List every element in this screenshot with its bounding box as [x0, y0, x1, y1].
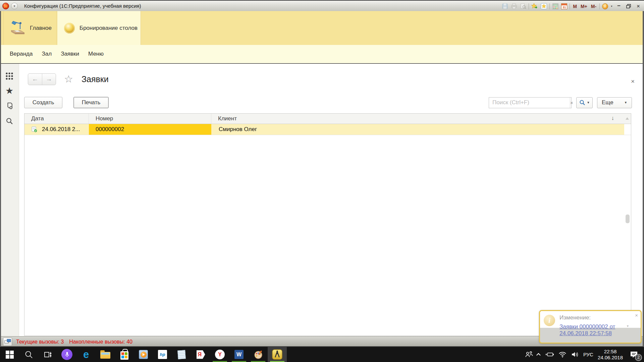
- clock[interactable]: 22:58 24.06.2018: [598, 349, 623, 361]
- search-sidebar-icon[interactable]: [0, 114, 19, 129]
- calculator-icon[interactable]: [552, 3, 559, 10]
- functions-menu-icon[interactable]: [0, 68, 19, 83]
- separator: [570, 3, 570, 9]
- taskbar-search-button[interactable]: [19, 347, 38, 362]
- search-icon: [24, 350, 33, 359]
- hp-button[interactable]: hp: [153, 347, 172, 362]
- edge-button[interactable]: e: [76, 347, 96, 362]
- date-text: 24.06.2018: [598, 355, 623, 361]
- print-icon[interactable]: [511, 3, 517, 10]
- column-header-number[interactable]: Номер: [89, 114, 211, 124]
- volume-icon[interactable]: [571, 351, 579, 358]
- separator: [549, 3, 550, 9]
- paint-button[interactable]: [249, 347, 268, 362]
- desk-lamp-icon: [9, 20, 26, 36]
- 1c-enterprise-button[interactable]: [268, 347, 287, 362]
- back-button[interactable]: ←: [28, 74, 42, 85]
- list-toolbar: Создать Печать × ▼ Еще ▼: [24, 97, 632, 108]
- save-icon[interactable]: [501, 3, 508, 10]
- search-options-button[interactable]: ▼: [576, 97, 593, 108]
- memory-add-button[interactable]: M+: [580, 4, 588, 9]
- system-tray: РУС 22:58 24.06.2018 2: [525, 347, 644, 362]
- cell-client[interactable]: Смирнов Олег: [211, 124, 624, 135]
- create-button[interactable]: Создать: [24, 97, 62, 108]
- task-view-button[interactable]: [38, 347, 57, 362]
- language-indicator[interactable]: РУС: [583, 352, 593, 357]
- people-icon[interactable]: [525, 351, 533, 358]
- print-button[interactable]: Печать: [73, 97, 109, 108]
- forward-button[interactable]: →: [42, 74, 56, 85]
- word-icon: W: [234, 350, 244, 359]
- notification-close-icon[interactable]: ×: [635, 312, 638, 318]
- memory-store-button[interactable]: M: [572, 4, 578, 9]
- file-explorer-button[interactable]: [96, 347, 115, 362]
- accumulated-calls-text: Накопленные вызовы: 40: [69, 339, 132, 345]
- performance-indicator-button[interactable]: [3, 338, 12, 346]
- scroll-up-icon[interactable]: [626, 117, 629, 120]
- taskbar: e hp Я Y W: [0, 347, 644, 362]
- tab-booking-label: Бронирование столов: [79, 25, 138, 32]
- notepad-icon: [177, 350, 186, 359]
- tab-main-label: Главное: [30, 25, 52, 32]
- history-icon[interactable]: [0, 99, 19, 114]
- server-calls-icon: [4, 339, 11, 345]
- menu-item-zal[interactable]: Зал: [42, 51, 52, 57]
- print-preview-icon[interactable]: [520, 3, 526, 10]
- favorite-star-icon[interactable]: ☆: [64, 74, 73, 84]
- close-window-button[interactable]: ×: [635, 3, 642, 10]
- wifi-icon[interactable]: [558, 351, 567, 358]
- minimize-button[interactable]: –: [615, 2, 623, 9]
- tab-main[interactable]: Главное: [3, 11, 57, 45]
- info-icon[interactable]: i: [602, 3, 608, 9]
- notepad-button[interactable]: [172, 347, 191, 362]
- add-favorite-icon[interactable]: [531, 3, 538, 10]
- hidden-icons-chevron[interactable]: [538, 353, 541, 356]
- notification-badge: 2: [635, 354, 642, 361]
- store-button[interactable]: [115, 347, 134, 362]
- app-body: ★ ← → ☆ Заявки × Создать Печать: [0, 64, 644, 336]
- search-clear-icon[interactable]: ×: [570, 98, 573, 108]
- info-dropdown-icon[interactable]: ▼: [610, 5, 613, 7]
- table-row[interactable]: 24.06.2018 2... 000000002 Смирнов Олег: [24, 124, 631, 135]
- media-player-button[interactable]: [134, 347, 153, 362]
- restore-button[interactable]: [625, 3, 632, 10]
- search-box: ×: [489, 97, 572, 108]
- battery-icon[interactable]: [545, 352, 554, 357]
- calendar-icon[interactable]: 31: [561, 3, 567, 9]
- info-glyph: i: [604, 4, 605, 9]
- cell-date-text: 24.06.2018 2...: [42, 126, 80, 133]
- system-menu-button[interactable]: ▼: [11, 3, 18, 9]
- cell-number-selected[interactable]: 000000002: [89, 124, 211, 135]
- favorites-sidebar-icon[interactable]: ★: [0, 83, 19, 99]
- tab-booking[interactable]: Бронирование столов: [57, 11, 141, 45]
- menu-item-menu[interactable]: Меню: [88, 51, 104, 57]
- action-center-button[interactable]: 2: [627, 348, 641, 361]
- form-close-icon[interactable]: ×: [631, 78, 635, 85]
- start-button[interactable]: [0, 347, 19, 362]
- notification-link[interactable]: Заявки 000000002 от 24.06.2018 22:57:58: [559, 323, 631, 337]
- notification-dropdown-icon[interactable]: ▼: [626, 324, 629, 328]
- cell-date[interactable]: 24.06.2018 2...: [24, 124, 89, 135]
- column-header-client[interactable]: Клиент: [211, 114, 631, 124]
- edge-icon: e: [83, 349, 89, 360]
- separator: [599, 3, 600, 9]
- favorites-icon[interactable]: [540, 3, 547, 10]
- column-header-date[interactable]: Дата: [24, 114, 89, 124]
- search-input[interactable]: [489, 98, 570, 108]
- yandex-browser-button[interactable]: Y: [210, 347, 229, 362]
- media-player-icon: [139, 350, 148, 359]
- form-area: ← → ☆ Заявки × Создать Печать × ▼: [19, 64, 644, 336]
- menu-item-zayavki[interactable]: Заявки: [61, 51, 79, 57]
- history-nav-buttons: ← →: [28, 73, 56, 85]
- memory-subtract-button[interactable]: M-: [590, 4, 597, 9]
- 1c-compass-icon: [272, 349, 282, 360]
- cortana-button[interactable]: [57, 347, 76, 362]
- magnifier-icon: [579, 100, 585, 106]
- more-button[interactable]: Еще ▼: [597, 97, 632, 108]
- yandex-search-button[interactable]: Я: [191, 347, 210, 362]
- menu-item-veranda[interactable]: Веранда: [10, 51, 33, 57]
- windows-logo-icon: [6, 351, 14, 359]
- dropdown-icon: ▼: [624, 101, 627, 104]
- vertical-scrollbar-thumb[interactable]: [626, 215, 630, 223]
- word-button[interactable]: W: [229, 347, 249, 362]
